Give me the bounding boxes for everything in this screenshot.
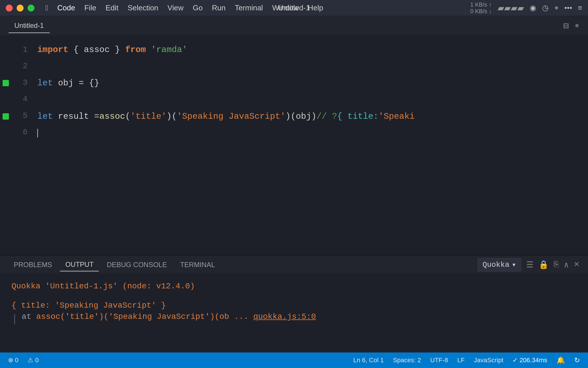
statusbar-sync-icon[interactable]: ↻ [574, 356, 580, 364]
token-space2: } [110, 45, 125, 54]
statusbar-spaces[interactable]: Spaces: 2 [393, 356, 421, 364]
gutter-line6 [0, 125, 11, 141]
tab-output[interactable]: OUTPUT [60, 258, 99, 271]
code-line-2 [34, 58, 583, 75]
output-source-selector[interactable]: Quokka ▾ [478, 258, 521, 271]
statusbar-language[interactable]: JavaScript [474, 356, 504, 364]
line-num-4: 4 [11, 91, 28, 107]
code-line-5: let result = assoc ( 'title' )( 'Speakin… [34, 108, 583, 125]
token-space1: { [68, 45, 84, 54]
modified-dot-icon: ● [575, 21, 579, 30]
menu-terminal[interactable]: Terminal [235, 3, 263, 12]
titlebar-left:  Code File Edit Selection View Go Run T… [6, 3, 323, 12]
output-space [248, 312, 253, 321]
code-line-1: import { assoc } from 'ramda' [34, 41, 583, 58]
list-icon: ≡ [578, 3, 582, 12]
token-comment: // ? [316, 112, 337, 121]
gutter-line3 [0, 75, 11, 91]
statusbar-encoding[interactable]: UTF-8 [430, 356, 448, 364]
token-let1: let [37, 79, 53, 87]
code-area[interactable]: import { assoc } from 'ramda' let obj = … [34, 36, 583, 254]
copy-output-icon[interactable]: ⎘ [554, 260, 559, 269]
menu-edit[interactable]: Edit [106, 3, 119, 12]
line-num-3: 3 [11, 74, 28, 91]
menu-apple[interactable]:  [45, 3, 48, 12]
gutter-line2 [0, 58, 11, 75]
clock-icon: ◷ [542, 3, 549, 12]
menu-code[interactable]: Code [57, 3, 75, 12]
traffic-close-button[interactable] [6, 5, 13, 12]
wifi-icon: ◉ [530, 3, 536, 12]
panel-controls: Quokka ▾ ☰ 🔒 ⎘ ∧ × [478, 258, 579, 271]
editor-tab[interactable]: Untitled-1 [9, 19, 50, 33]
gutter-icons [0, 36, 11, 254]
menu-run[interactable]: Run [212, 3, 226, 12]
code-line-6 [34, 125, 583, 141]
menu-file[interactable]: File [84, 3, 96, 12]
output-file-link[interactable]: quokka.js:5:0 [253, 312, 316, 321]
lock-icon[interactable]: 🔒 [539, 260, 549, 270]
selector-value: Quokka [483, 260, 510, 269]
statusbar-eol[interactable]: LF [457, 356, 465, 364]
token-paren3: )(obj) [285, 112, 316, 121]
token-cursor [37, 129, 38, 137]
statusbar: ⊗ 0 ⚠ 0 Ln 6, Col 1 Spaces: 2 UTF-8 LF J… [0, 352, 588, 368]
traffic-maximize-button[interactable] [28, 5, 34, 12]
network-speed-icon: 1 KB/s ↑0 KB/s ↓ [470, 1, 492, 15]
statusbar-timing: ✓ 206.34ms [512, 356, 547, 364]
line-numbers: 1 2 3 4 5 6 [11, 36, 34, 254]
token-paren1: ( [125, 112, 130, 121]
line-num-5: 5 [11, 108, 28, 124]
code-line-4 [34, 91, 583, 108]
output-pipe: | [11, 312, 18, 327]
token-paren2: )( [167, 112, 177, 121]
traffic-minimize-button[interactable] [17, 5, 24, 12]
tab-bar: Untitled-1 ⊟ ● [0, 16, 588, 36]
split-editor-icon[interactable]: ⊟ [563, 20, 569, 32]
menu-go[interactable]: Go [193, 3, 203, 12]
output-result-value: { title: 'Speaking JavaScript' } [11, 301, 577, 310]
token-result-teal: { title: [337, 112, 378, 121]
menu-extras-icon: ••• [564, 3, 572, 12]
code-line-3: let obj = {} [34, 75, 583, 91]
statusbar-right: Ln 6, Col 1 Spaces: 2 UTF-8 LF JavaScrip… [353, 356, 580, 364]
token-from: from [125, 45, 146, 54]
statusbar-warnings[interactable]: ⚠ 0 [28, 356, 38, 364]
output-fn-call [31, 312, 36, 321]
chevron-down-icon: ▾ [512, 260, 516, 269]
clear-output-icon[interactable]: ☰ [526, 260, 533, 270]
output-stack-trace: | at assoc('title')('Speaking JavaScript… [11, 312, 577, 327]
collapse-panel-icon[interactable]: ∧ [564, 260, 569, 270]
statusbar-errors[interactable]: ⊗ 0 [8, 356, 18, 364]
tab-terminal[interactable]: TERMINAL [175, 258, 220, 271]
token-obj-decl: obj = {} [53, 79, 99, 87]
token-speaking-str: 'Speaking JavaScript' [177, 112, 285, 121]
tab-debug-console[interactable]: DEBUG CONSOLE [102, 258, 172, 271]
tab-problems[interactable]: PROBLEMS [9, 258, 57, 271]
line-num-6: 6 [11, 124, 28, 140]
window-title: Untitled-1 [278, 3, 310, 12]
line-num-2: 2 [11, 58, 28, 74]
line-num-1: 1 [11, 41, 28, 58]
token-ramda: 'ramda' [151, 45, 187, 54]
token-let2: let [37, 112, 53, 121]
statusbar-notification-icon[interactable]: 🔔 [556, 356, 565, 364]
token-import: import [37, 45, 68, 54]
output-at-keyword: at [22, 312, 32, 321]
battery-icon: ▰▰▰▰ [498, 3, 524, 13]
gutter-line5 [0, 108, 11, 125]
menu-selection[interactable]: Selection [127, 3, 158, 12]
statusbar-position[interactable]: Ln 6, Col 1 [353, 356, 384, 364]
menu-view[interactable]: View [167, 3, 183, 12]
menu-help[interactable]: Help [308, 3, 323, 12]
output-quokka-header: Quokka 'Untitled-1.js' (node: v12.4.0) [11, 282, 577, 291]
quokka-pass-indicator-5 [3, 113, 9, 120]
spotlight-icon: ⌖ [554, 3, 559, 12]
gutter-line4 [0, 91, 11, 108]
scrollbar-vertical[interactable] [583, 36, 588, 254]
token-space3 [146, 45, 151, 54]
token-assoc: assoc [84, 45, 110, 54]
panel-tab-bar: PROBLEMS OUTPUT DEBUG CONSOLE TERMINAL Q… [0, 256, 588, 274]
gutter-line1 [0, 41, 11, 58]
close-panel-icon[interactable]: × [574, 259, 579, 270]
